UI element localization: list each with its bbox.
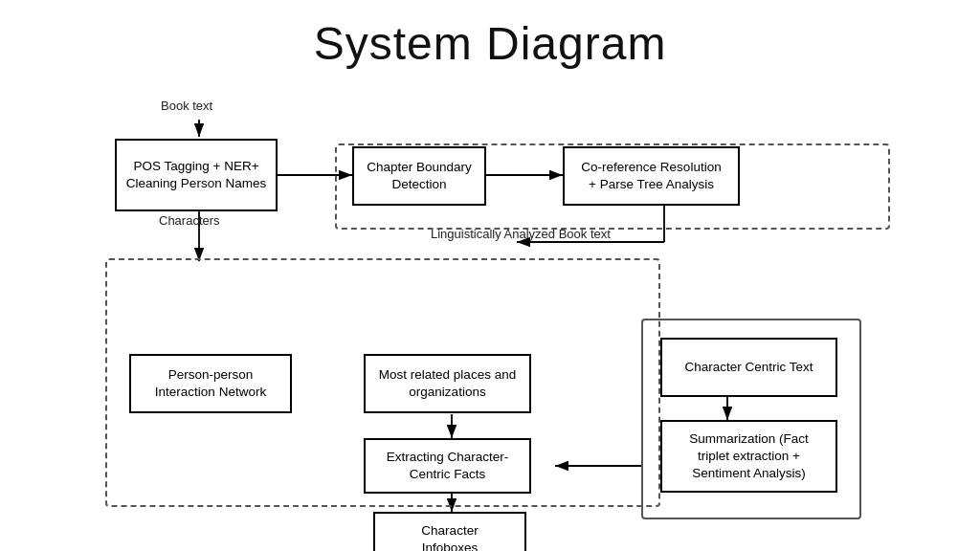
- characters-label: Characters: [159, 213, 220, 228]
- chapter-boundary-box: Chapter Boundary Detection: [352, 146, 486, 206]
- pos-tagging-box: POS Tagging + NER+ Cleaning Person Names: [115, 139, 278, 211]
- coreference-box: Co-reference Resolution + Parse Tree Ana…: [563, 146, 740, 206]
- character-centric-box: Character Centric Text: [660, 338, 837, 397]
- extracting-facts-box: Extracting Character- Centric Facts: [364, 438, 531, 494]
- diagram-container: Book text POS Tagging + NER+ Cleaning Pe…: [57, 72, 919, 540]
- person-network-box: Person-person Interaction Network: [129, 354, 292, 413]
- page-title: System Diagram: [0, 0, 980, 70]
- most-related-box: Most related places and organizations: [364, 354, 531, 413]
- summarization-box: Summarization (Fact triplet extraction +…: [660, 420, 837, 493]
- book-text-label: Book text: [161, 99, 212, 113]
- infoboxes-box: Character Infoboxes: [373, 512, 526, 551]
- ling-analyzed-label: Linguistically Analyzed Book text: [431, 227, 611, 241]
